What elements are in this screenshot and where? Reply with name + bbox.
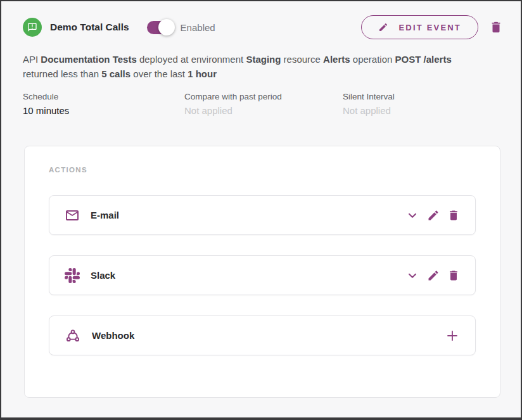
action-card-title: E-mail xyxy=(91,210,119,220)
desc-segment: resource xyxy=(281,54,323,65)
pencil-icon[interactable] xyxy=(427,209,440,222)
actions-panel: ACTIONS E-mail Slack xyxy=(24,146,500,398)
event-title: Demo Total Calls xyxy=(50,22,129,33)
enabled-toggle-label: Enabled xyxy=(181,22,215,33)
desc-segment: over the last xyxy=(130,68,188,79)
desc-segment: operation xyxy=(350,54,395,65)
edit-event-label: EDIT EVENT xyxy=(398,23,461,32)
chevron-down-icon[interactable] xyxy=(405,269,419,283)
summary-label: Compare with past period xyxy=(184,92,343,101)
pencil-icon[interactable] xyxy=(427,269,440,282)
plus-icon[interactable] xyxy=(445,328,460,343)
desc-segment: 5 calls xyxy=(101,68,130,79)
event-summary: Schedule 10 minutes Compare with past pe… xyxy=(23,92,521,116)
summary-value: Not applied xyxy=(343,105,395,116)
webhook-icon xyxy=(65,328,81,344)
pencil-icon xyxy=(378,22,388,32)
edit-event-button[interactable]: EDIT EVENT xyxy=(361,15,478,39)
event-header: Demo Total Calls Enabled EDIT EVENT xyxy=(23,15,503,39)
delete-event-button[interactable] xyxy=(489,20,503,34)
desc-segment: API xyxy=(23,54,41,65)
summary-schedule: Schedule 10 minutes xyxy=(23,92,184,116)
desc-segment: POST /alerts xyxy=(395,54,452,65)
event-header-left: Demo Total Calls Enabled xyxy=(23,18,215,37)
email-icon xyxy=(65,208,80,223)
toggle-thumb xyxy=(158,19,175,35)
desc-segment: deployed at environment xyxy=(137,54,246,65)
trash-icon[interactable] xyxy=(447,209,460,222)
action-card-title: Webhook xyxy=(92,330,134,341)
summary-value: 10 minutes xyxy=(23,105,184,116)
desc-segment: Alerts xyxy=(323,54,350,65)
event-header-right: EDIT EVENT xyxy=(361,15,503,39)
alert-bubble-icon xyxy=(23,18,42,37)
summary-value: Not applied xyxy=(184,105,343,116)
summary-label: Schedule xyxy=(23,92,184,101)
action-card-slack[interactable]: Slack xyxy=(49,255,476,295)
chevron-down-icon[interactable] xyxy=(405,208,419,222)
event-description: API Documentation Tests deployed at envi… xyxy=(23,53,485,81)
actions-title: ACTIONS xyxy=(49,165,476,174)
trash-icon xyxy=(489,20,503,34)
slack-icon xyxy=(65,268,80,283)
action-card-webhook[interactable]: Webhook xyxy=(49,315,476,355)
event-detail-page: Demo Total Calls Enabled EDIT EVENT API … xyxy=(0,0,522,420)
enabled-toggle[interactable] xyxy=(147,21,174,34)
trash-icon[interactable] xyxy=(447,269,460,282)
summary-compare-period: Compare with past period Not applied xyxy=(184,92,343,116)
desc-segment: Documentation Tests xyxy=(41,54,136,65)
action-card-title: Slack xyxy=(91,270,115,281)
summary-silent-interval: Silent Interval Not applied xyxy=(343,92,395,116)
desc-segment: returned less than xyxy=(23,68,101,79)
summary-label: Silent Interval xyxy=(343,92,395,101)
action-card-email[interactable]: E-mail xyxy=(49,195,476,235)
desc-segment: Staging xyxy=(246,54,281,65)
desc-segment: 1 hour xyxy=(188,68,217,79)
